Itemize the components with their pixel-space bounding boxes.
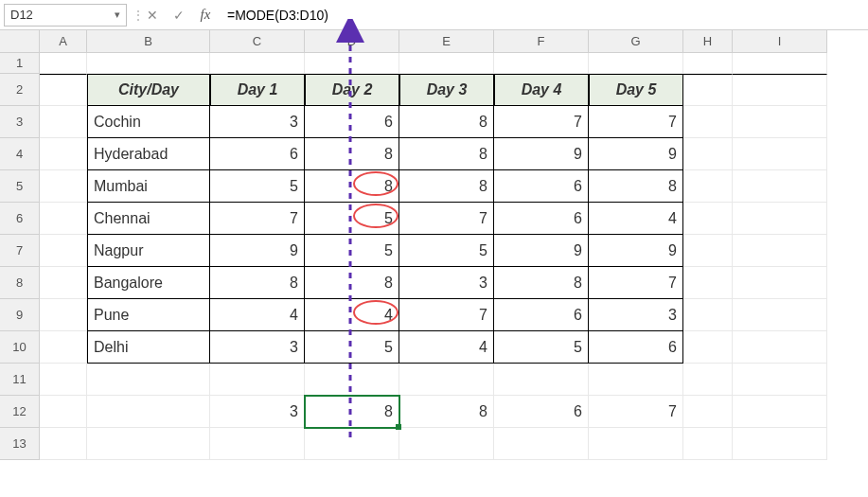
cell[interactable] (40, 331, 87, 364)
cell[interactable]: 8 (305, 138, 399, 170)
cell[interactable] (40, 203, 87, 235)
cell[interactable] (733, 331, 827, 364)
cell[interactable]: 8 (399, 170, 494, 203)
cell[interactable] (733, 267, 827, 299)
cell[interactable]: 4 (399, 331, 494, 364)
cell[interactable]: 3 (210, 396, 305, 428)
cell[interactable]: 6 (494, 203, 589, 235)
col-header-I[interactable]: I (733, 30, 827, 53)
cell[interactable]: Day 1 (210, 74, 305, 106)
col-header-A[interactable]: A (40, 30, 87, 53)
cell[interactable] (683, 396, 733, 428)
cell[interactable]: 4 (305, 299, 399, 331)
cell[interactable] (87, 53, 210, 74)
cell[interactable]: Delhi (87, 331, 210, 364)
cell[interactable] (210, 53, 305, 74)
cell[interactable] (40, 267, 87, 299)
cell[interactable]: 3 (589, 299, 683, 331)
cell[interactable] (733, 203, 827, 235)
cell[interactable] (683, 331, 733, 364)
cells-area[interactable]: City/DayDay 1Day 2Day 3Day 4Day 5Cochin3… (40, 53, 827, 460)
cancel-icon[interactable]: ✕ (142, 5, 163, 26)
cell[interactable] (733, 74, 827, 106)
row-header-3[interactable]: 3 (0, 106, 40, 138)
cell[interactable]: 6 (210, 138, 305, 170)
cell[interactable]: 7 (399, 299, 494, 331)
cell[interactable]: Cochin (87, 106, 210, 138)
chevron-down-icon[interactable]: ▾ (115, 9, 120, 21)
cell[interactable] (399, 53, 494, 74)
cell[interactable] (733, 428, 827, 460)
cell[interactable] (210, 364, 305, 396)
cell[interactable] (683, 170, 733, 203)
cell[interactable]: 8 (399, 396, 494, 428)
col-header-G[interactable]: G (589, 30, 683, 53)
cell[interactable] (40, 106, 87, 138)
cell[interactable] (683, 138, 733, 170)
cell[interactable]: 6 (494, 396, 589, 428)
cell[interactable] (733, 396, 827, 428)
cell[interactable] (683, 53, 733, 74)
cell[interactable] (494, 364, 589, 396)
cell[interactable] (40, 299, 87, 331)
row-header-9[interactable]: 9 (0, 299, 40, 331)
cell[interactable]: 3 (210, 106, 305, 138)
cell[interactable] (733, 235, 827, 267)
row-header-10[interactable]: 10 (0, 331, 40, 364)
cell[interactable]: Bangalore (87, 267, 210, 299)
cell[interactable]: 7 (210, 203, 305, 235)
cell[interactable] (733, 170, 827, 203)
cell[interactable] (683, 203, 733, 235)
cell[interactable]: 6 (494, 299, 589, 331)
cell[interactable] (733, 53, 827, 74)
cell[interactable] (733, 106, 827, 138)
cell[interactable] (683, 364, 733, 396)
cell[interactable] (40, 428, 87, 460)
cell[interactable]: 5 (305, 331, 399, 364)
cell[interactable]: 8 (305, 396, 399, 428)
cell[interactable] (683, 299, 733, 331)
cell[interactable] (589, 364, 683, 396)
cell[interactable]: City/Day (87, 74, 210, 106)
cell[interactable] (87, 428, 210, 460)
cell[interactable]: 7 (589, 396, 683, 428)
cell[interactable]: 5 (494, 331, 589, 364)
cell[interactable]: Day 3 (399, 74, 494, 106)
cell[interactable] (589, 53, 683, 74)
cell[interactable]: Day 2 (305, 74, 399, 106)
col-header-E[interactable]: E (399, 30, 494, 53)
cell[interactable] (683, 235, 733, 267)
cell[interactable]: 6 (494, 170, 589, 203)
cell[interactable]: 8 (210, 267, 305, 299)
cell[interactable]: 5 (399, 235, 494, 267)
cell[interactable]: 5 (305, 235, 399, 267)
row-header-2[interactable]: 2 (0, 74, 40, 106)
col-header-D[interactable]: D (305, 30, 399, 53)
col-header-B[interactable]: B (87, 30, 210, 53)
cell[interactable] (733, 138, 827, 170)
cell[interactable] (494, 428, 589, 460)
cell[interactable] (589, 428, 683, 460)
cell[interactable]: Pune (87, 299, 210, 331)
fill-handle[interactable] (396, 424, 401, 430)
row-header-5[interactable]: 5 (0, 170, 40, 203)
cell[interactable]: 8 (399, 138, 494, 170)
cell[interactable]: 6 (589, 331, 683, 364)
cell[interactable] (683, 74, 733, 106)
cell[interactable] (494, 53, 589, 74)
cell[interactable]: 8 (399, 106, 494, 138)
cell[interactable]: 9 (589, 235, 683, 267)
cell[interactable] (683, 106, 733, 138)
fx-icon[interactable]: fx (195, 5, 216, 26)
col-header-C[interactable]: C (210, 30, 305, 53)
cell[interactable]: 5 (305, 203, 399, 235)
cell[interactable]: Nagpur (87, 235, 210, 267)
name-box[interactable]: D12 ▾ (4, 4, 127, 27)
cell[interactable]: Chennai (87, 203, 210, 235)
row-header-12[interactable]: 12 (0, 396, 40, 428)
cell[interactable] (40, 396, 87, 428)
cell[interactable]: Day 4 (494, 74, 589, 106)
cell[interactable]: 6 (305, 106, 399, 138)
cell[interactable] (683, 428, 733, 460)
cell[interactable] (305, 364, 399, 396)
